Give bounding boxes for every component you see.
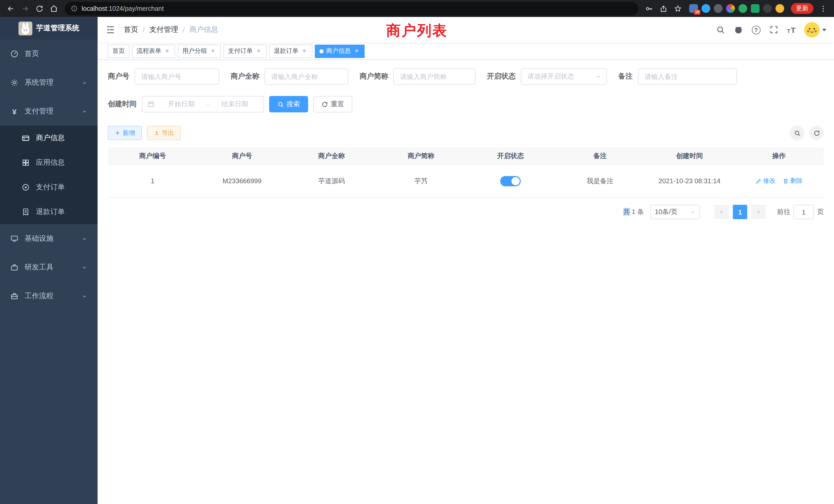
status-toggle[interactable] [500, 176, 521, 186]
export-button[interactable]: 导出 [147, 126, 181, 140]
extension-icon-2[interactable] [702, 4, 710, 13]
tab-close-icon[interactable]: × [255, 48, 262, 54]
tab-pay-order[interactable]: 支付订单 × [223, 44, 266, 58]
search-icon[interactable] [716, 25, 725, 35]
sidebar-item-system[interactable]: 系统管理 [0, 68, 97, 97]
tab-process-form[interactable]: 流程表单 × [132, 44, 175, 58]
table-right-tools [790, 126, 824, 140]
font-size-icon[interactable]: TT [787, 26, 795, 33]
refresh-icon [813, 130, 820, 136]
short-name-input[interactable] [393, 68, 476, 85]
tab-label: 流程表单 [137, 47, 161, 55]
sidebar-item-home[interactable]: 首页 [0, 40, 97, 68]
bookmark-star-icon[interactable] [671, 2, 684, 15]
sidebar-item-label: 基础设施 [25, 234, 53, 243]
tab-home[interactable]: 首页 [108, 44, 129, 58]
refresh-table-button[interactable] [809, 126, 824, 140]
chevron-down-icon [82, 236, 87, 242]
sidebar: 芋道管理系统 首页 系统管理 ¥ [0, 17, 97, 504]
tab-label: 退款订单 [274, 47, 299, 55]
tab-close-icon[interactable]: × [210, 48, 216, 54]
page-number-button[interactable]: 1 [733, 205, 747, 219]
page-size-select[interactable]: 10条/页 [650, 205, 700, 219]
tab-user-group[interactable]: 用户分组 × [178, 44, 221, 58]
gear-icon [10, 78, 19, 87]
chevron-left-icon [719, 209, 725, 215]
back-icon[interactable] [4, 2, 18, 15]
merchant-name-input[interactable] [264, 68, 348, 85]
share-icon[interactable] [657, 2, 670, 15]
edit-link[interactable]: 修改 [755, 177, 775, 185]
table-header: 商户编号 [108, 147, 197, 164]
delete-link[interactable]: 删除 [783, 177, 803, 185]
remark-input[interactable] [638, 68, 737, 85]
disc-icon [22, 183, 30, 191]
sidebar-item-merchant-info[interactable]: 商户信息 [0, 126, 97, 151]
date-range-picker[interactable]: 开始日期 - 结束日期 [142, 96, 264, 112]
reset-button[interactable]: 重置 [313, 96, 352, 112]
user-menu[interactable] [804, 22, 826, 38]
sidebar-item-label: 应用信息 [36, 158, 65, 167]
extension-icon-7[interactable] [763, 4, 772, 13]
sidebar-item-payment[interactable]: ¥ 支付管理 [0, 97, 97, 126]
date-start-placeholder: 开始日期 [158, 99, 205, 109]
add-button[interactable]: 新增 [108, 126, 142, 140]
extension-icon-1[interactable]: 10 [689, 4, 698, 13]
sidebar-item-workflow[interactable]: 工作流程 [0, 282, 97, 311]
toggle-search-button[interactable] [790, 126, 804, 140]
table-row: 1 M233666999 芋道源码 芋艿 我是备注 2021-10-23 08:… [108, 165, 824, 198]
table-header: 商户全称 [287, 147, 376, 164]
help-icon[interactable]: ? [751, 25, 760, 34]
goto-label: 前往 [777, 207, 790, 216]
merchant-no-input[interactable] [135, 68, 219, 85]
tab-refund-order[interactable]: 退款订单 × [269, 44, 312, 58]
address-bar[interactable]: localhost:1024/pay/merchant [65, 2, 638, 15]
github-icon[interactable] [733, 25, 743, 35]
hamburger-icon[interactable] [105, 25, 115, 35]
prev-page-button[interactable] [714, 205, 729, 219]
url-host: localhost [82, 5, 107, 12]
search-button[interactable]: 搜索 [269, 96, 308, 112]
sidebar-item-dev-tools[interactable]: 研发工具 [0, 253, 97, 282]
sidebar-item-refund-order[interactable]: 退款订单 [0, 200, 97, 224]
extension-icon-3[interactable] [714, 4, 723, 13]
tab-label: 商户信息 [326, 47, 351, 55]
chrome-update-button[interactable]: 更新 [791, 3, 813, 14]
sidebar-menu: 首页 系统管理 ¥ 支付管理 [0, 40, 97, 311]
sidebar-item-app-info[interactable]: 应用信息 [0, 151, 97, 175]
browser-toolbar: localhost:1024/pay/merchant 10 更新 [0, 0, 834, 17]
reload-icon[interactable] [33, 2, 46, 15]
chrome-menu-icon[interactable] [816, 2, 830, 15]
dashboard-icon [10, 50, 19, 58]
download-icon [154, 130, 160, 136]
extension-icon-6[interactable] [751, 4, 760, 13]
extension-icon-4[interactable] [726, 4, 735, 13]
fullscreen-icon[interactable] [769, 25, 778, 35]
sidebar-item-label: 商户信息 [36, 134, 65, 143]
filter-label: 商户全称 [231, 72, 259, 81]
forward-icon[interactable] [19, 2, 32, 15]
tab-close-icon[interactable]: × [353, 48, 360, 54]
password-key-icon[interactable] [642, 2, 656, 15]
tab-close-icon[interactable]: × [164, 48, 171, 54]
tab-merchant-info[interactable]: 商户信息 × [315, 44, 365, 58]
filter-label: 开启状态 [487, 72, 515, 81]
breadcrumb-item-payment[interactable]: 支付管理 [150, 25, 178, 35]
goto-page-input[interactable] [793, 205, 814, 219]
app-logo[interactable]: 芋道管理系统 [0, 17, 97, 40]
sidebar-item-label: 研发工具 [25, 263, 53, 272]
next-page-button[interactable] [751, 205, 766, 219]
sidebar-item-infra[interactable]: 基础设施 [0, 224, 97, 253]
sidebar-item-pay-order[interactable]: 支付订单 [0, 175, 97, 200]
pagination: 共 1 条 10条/页 1 前往 页 [108, 205, 824, 219]
extension-icon-8[interactable] [775, 4, 784, 13]
home-icon[interactable] [47, 2, 61, 15]
tab-close-icon[interactable]: × [301, 48, 308, 54]
search-icon [794, 130, 800, 136]
extension-icon-5[interactable] [739, 4, 747, 13]
app-title: 芋道管理系统 [36, 24, 79, 33]
breadcrumb-item-home[interactable]: 首页 [124, 25, 138, 35]
status-select[interactable]: 请选择开启状态 [521, 68, 607, 85]
payment-submenu: 商户信息 应用信息 支付订单 [0, 126, 97, 224]
filter-status: 开启状态 请选择开启状态 [487, 68, 607, 85]
